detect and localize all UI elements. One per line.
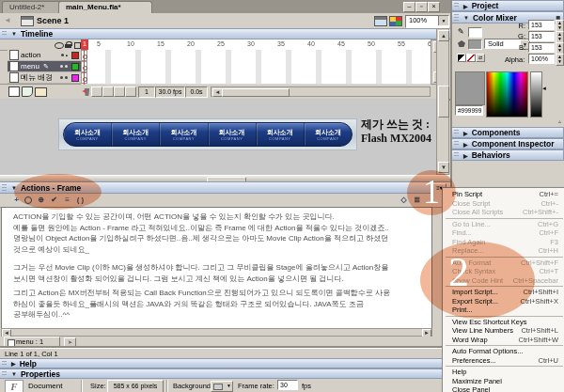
r-input[interactable]: 153 — [528, 20, 555, 30]
menu-item-help[interactable]: Help — [443, 368, 564, 377]
tab-main-menu-fla[interactable]: main_Menu.fla* — [58, 1, 152, 14]
behaviors-panel-header[interactable]: ▶ Behaviors — [452, 149, 564, 161]
menu-item-go-to-line[interactable]: Go to Line...Ctrl+G — [443, 220, 564, 229]
panel-gripper[interactable] — [454, 14, 459, 21]
framerate-input[interactable]: 30 — [277, 380, 298, 390]
nav-button[interactable]: 회사소개COMPANY — [257, 123, 305, 146]
menu-item-close-script[interactable]: Close ScriptCtrl+- — [443, 199, 564, 209]
collapse-panel-icon[interactable]: ▵ — [558, 118, 561, 124]
edit-multiple-frames-icon[interactable] — [114, 86, 125, 97]
menu-item-auto-format-options[interactable]: Auto Format Options... — [443, 347, 564, 356]
stroke-pencil-icon[interactable]: ✎ — [458, 27, 464, 36]
collapse-triangle-icon[interactable]: ▶ — [463, 141, 468, 148]
collapse-triangle-icon[interactable]: ▼ — [11, 371, 17, 377]
menu-item-view-esc-shortcut-keys[interactable]: View Esc Shortcut Keys — [443, 318, 564, 327]
frames-grid[interactable] — [81, 50, 431, 86]
close-icon[interactable]: × — [428, 2, 440, 12]
alpha-stepper[interactable]: ▲▼ — [556, 54, 564, 66]
back-arrow-icon[interactable]: ◄ — [4, 16, 11, 24]
nav-button[interactable]: 회사소개COMPANY — [160, 123, 208, 146]
project-panel-header[interactable]: ▶ Project — [452, 0, 564, 11]
panel-gripper[interactable] — [454, 130, 459, 135]
collapse-triangle-icon[interactable]: ▼ — [11, 31, 17, 37]
panel-gripper[interactable] — [2, 31, 7, 37]
panel-gripper[interactable] — [454, 141, 459, 147]
no-color-icon[interactable] — [466, 54, 476, 62]
menu-item-close-panel[interactable]: Close Panel — [443, 385, 564, 392]
motion-guide-icon[interactable] — [22, 86, 33, 97]
b-input[interactable]: 153 — [528, 42, 555, 53]
pin-script-icon[interactable]: ➤ — [64, 337, 76, 348]
onion-skin-icon[interactable] — [91, 86, 102, 97]
panel-gripper[interactable] — [454, 152, 459, 158]
color-gradient-picker[interactable] — [486, 71, 528, 118]
edit-symbol-icon[interactable] — [389, 16, 402, 26]
current-frame-field[interactable]: 1 — [138, 86, 155, 98]
collapse-triangle-icon[interactable]: ▶ — [463, 3, 468, 9]
slider-marker-icon[interactable]: ◄ — [541, 86, 547, 91]
zoom-dropdown-icon[interactable]: ▼ — [438, 16, 448, 25]
alpha-input[interactable]: 100% — [528, 54, 555, 64]
visibility-dot[interactable] — [60, 76, 63, 79]
stroke-color-swatch[interactable] — [468, 27, 482, 38]
lock-dot[interactable] — [65, 76, 68, 79]
scroll-thumb[interactable] — [222, 88, 290, 97]
visibility-dot[interactable] — [60, 65, 63, 68]
menu-item-maximize-panel[interactable]: Maximize Panel — [443, 377, 564, 386]
size-button[interactable]: 585 x 66 pixels — [107, 380, 164, 392]
panel-gripper[interactable] — [2, 371, 7, 376]
insert-layer-icon[interactable] — [8, 86, 20, 97]
swap-colors-icon[interactable]: ⇄ — [476, 54, 485, 62]
scroll-up-icon[interactable]: ▲ — [438, 30, 449, 41]
menu-item-preferences[interactable]: Preferences...Ctrl+U — [443, 356, 564, 366]
modify-onion-markers-icon[interactable] — [125, 86, 136, 97]
script-pane[interactable]: ACTION을 기입할 수 있는 공간이며, 어떤 ACTION을 넣을 수 있… — [1, 207, 432, 328]
outline-icon[interactable] — [74, 42, 81, 49]
lock-dot[interactable] — [65, 65, 68, 68]
layer-row-action[interactable]: action ▪ — [8, 50, 81, 61]
collapse-triangle-icon[interactable]: ▶ — [11, 360, 16, 367]
fill-bucket-icon[interactable] — [458, 40, 465, 47]
brightness-slider[interactable] — [530, 71, 542, 118]
menu-item-find[interactable]: Find...Ctrl+F — [443, 228, 564, 238]
nav-button[interactable]: 회사소개COMPANY — [112, 123, 160, 146]
menu-item-pin-script[interactable]: Pin ScriptCtrl+= — [443, 190, 564, 199]
script-horizontal-scrollbar[interactable]: ◄ ► — [1, 328, 432, 337]
layer-name[interactable]: action — [21, 51, 40, 59]
edit-scene-icon[interactable] — [374, 16, 387, 26]
layer-name[interactable]: menu — [21, 62, 39, 71]
layer-color-swatch[interactable] — [71, 63, 79, 71]
collapse-triangle-icon[interactable]: ▶ — [463, 130, 468, 136]
frame-rate-field[interactable]: 30.0 fps — [155, 86, 185, 98]
stage-vertical-scrollbar[interactable]: ▲ ▼ — [436, 28, 449, 175]
scroll-thumb[interactable] — [438, 86, 449, 118]
nav-button[interactable]: 회사소개COMPANY — [209, 123, 257, 146]
menu-item-view-line-numbers[interactable]: View Line NumbersCtrl+Shift+L — [443, 326, 564, 336]
insert-folder-icon[interactable] — [35, 87, 47, 97]
panel-gripper[interactable] — [454, 3, 459, 8]
elapsed-time-field[interactable]: 0.0s — [185, 86, 208, 98]
panel-gripper[interactable] — [2, 184, 7, 191]
hex-color-input[interactable]: #999999 — [455, 105, 483, 116]
stage[interactable]: 회사소개COMPANY 회사소개COMPANY 회사소개COMPANY 회사소개… — [0, 99, 436, 175]
menu-item-close-all-scripts[interactable]: Close All ScriptsCtrl+Shift+- — [443, 208, 564, 217]
components-panel-header[interactable]: ▶ Components — [452, 127, 564, 138]
fill-color-swatch[interactable] — [468, 39, 482, 50]
nav-button[interactable]: 회사소개COMPANY — [64, 123, 112, 146]
layer-color-swatch[interactable] — [71, 52, 79, 59]
restore-icon[interactable]: ▫ — [415, 2, 428, 12]
onion-outline-icon[interactable] — [102, 86, 114, 97]
playhead-line[interactable] — [84, 50, 85, 85]
minimize-icon[interactable]: – — [403, 2, 415, 12]
layer-row-menu-bg[interactable]: 메뉴 배경 — [8, 72, 81, 84]
panel-gripper[interactable] — [2, 361, 7, 366]
playhead-center-icon[interactable]: ◄ — [81, 87, 87, 94]
menu-item-word-wrap[interactable]: Word WrapCtrl+Shift+W — [443, 336, 564, 345]
lock-state-icon[interactable]: ▪ — [66, 53, 68, 58]
scene-label[interactable]: Scene 1 — [37, 16, 69, 25]
timeline-panel-header[interactable]: ▼ Timeline — [0, 28, 451, 39]
menu-bar-symbol[interactable]: 회사소개COMPANY 회사소개COMPANY 회사소개COMPANY 회사소개… — [58, 118, 357, 150]
collapse-triangle-icon[interactable]: ▶ — [463, 152, 468, 159]
layer-name[interactable]: 메뉴 배경 — [21, 72, 53, 83]
default-colors-icon[interactable] — [457, 54, 466, 62]
